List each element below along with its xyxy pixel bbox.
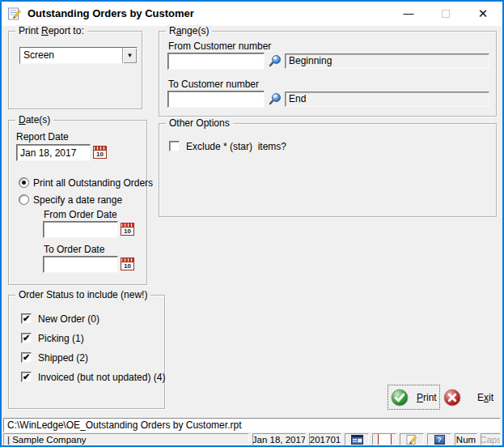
group-print-report-to: Print Report to: Screen ▼ (8, 31, 142, 109)
group-order-status-legend: Order Status to include (new!) (15, 289, 150, 300)
outstanding-orders-dialog: Outstanding Orders by Customer — ✕ Print… (0, 0, 504, 447)
status-shipped-checkbox[interactable]: ✔ (21, 352, 32, 363)
report-date-input[interactable] (16, 144, 91, 161)
to-customer-label: To Customer number (168, 79, 259, 90)
close-button[interactable]: ✕ (469, 2, 497, 25)
print-check-icon (391, 389, 409, 407)
titlebar: Outstanding Orders by Customer — ✕ (2, 2, 502, 26)
status-shipped-label[interactable]: Shipped (2) (38, 352, 88, 364)
statusbar: | Sample Company Jan 18, 2017 201701 10 (2, 433, 502, 445)
window-title: Outstanding Orders by Customer (28, 7, 194, 19)
group-other-options-legend: Other Options (166, 117, 233, 129)
report-date-calendar-icon[interactable]: 10 (93, 146, 107, 159)
to-customer-hint-field: End (285, 92, 489, 107)
from-order-date-calendar-icon[interactable]: 10 (121, 223, 134, 236)
exit-button-label: Exit (477, 392, 493, 403)
from-customer-input[interactable] (167, 53, 265, 70)
help-icon: ? (434, 435, 445, 445)
statusbar-company-panel: | Sample Company (3, 433, 249, 445)
statusbar-date: Jan 18, 2017 (252, 435, 306, 445)
check-icon: ✔ (23, 334, 30, 342)
check-icon: ✔ (23, 314, 30, 322)
exclude-star-label[interactable]: Exclude * (star) items? (186, 141, 286, 152)
calendar-day-number: 10 (94, 151, 106, 158)
statusbar-company-window-button[interactable] (345, 433, 369, 445)
print-destination-value: Screen (20, 48, 122, 63)
from-customer-hint-field: Beginning (285, 53, 489, 69)
to-order-date-label: To Order Date (44, 244, 104, 255)
statusbar-calendar-button[interactable]: 10 (372, 433, 396, 445)
maximize-icon (442, 10, 450, 18)
group-other-options: Other Options Exclude * (star) items? (159, 123, 497, 217)
radio-print-all-label[interactable]: Print all Outstanding Orders (33, 177, 153, 189)
from-customer-lookup-icon[interactable] (269, 54, 282, 67)
statusbar-date-panel: Jan 18, 2017 (252, 433, 306, 445)
check-icon: ✔ (23, 372, 30, 381)
capslock-indicator: Caps (481, 435, 501, 445)
calendar-day-number: 10 (121, 262, 133, 270)
from-order-date-label: From Order Date (44, 209, 117, 220)
to-customer-lookup-icon[interactable] (269, 92, 282, 105)
print-button[interactable]: Print (388, 385, 440, 410)
radio-selected-dot (22, 181, 26, 185)
print-destination-dropdown-button[interactable]: ▼ (122, 48, 137, 63)
company-name: | Sample Company (4, 435, 90, 445)
to-order-date-input[interactable] (43, 256, 118, 273)
statusbar-period-panel: 201701 (309, 433, 341, 445)
group-ranges: Range(s) From Customer number Beginning … (159, 31, 497, 117)
minimize-button[interactable]: — (395, 2, 422, 25)
status-picking-label[interactable]: Picking (1) (38, 333, 84, 344)
minimize-icon: — (404, 7, 414, 19)
group-order-status: Order Status to include (new!) ✔ New Ord… (8, 295, 165, 409)
group-print-report-to-legend: Print Report to: (15, 25, 87, 36)
calendar-day-number: 10 (121, 228, 133, 235)
report-clipboard-icon (7, 6, 22, 21)
statusbar-notes-button[interactable] (400, 433, 424, 445)
radio-print-all[interactable] (19, 177, 29, 188)
group-dates-legend: Date(s) (15, 114, 53, 126)
radio-date-range-label[interactable]: Specify a date range (33, 194, 122, 206)
status-new-order-checkbox[interactable]: ✔ (21, 313, 32, 324)
status-picking-checkbox[interactable]: ✔ (21, 333, 32, 343)
report-date-label: Report Date (16, 131, 69, 143)
exclude-star-checkbox[interactable] (169, 141, 180, 151)
print-button-label: Print (417, 392, 437, 403)
calendar-icon: 10 (378, 433, 392, 445)
statusbar-period: 201701 (310, 435, 341, 445)
exit-button[interactable]: Exit (443, 385, 500, 410)
check-icon: ✔ (23, 353, 30, 361)
status-invoiced-label[interactable]: Invoiced (but not updated) (4) (38, 372, 165, 383)
maximize-button (432, 2, 460, 25)
note-pencil-icon (406, 434, 417, 445)
app-window-icon (351, 435, 363, 445)
statusbar-capslock-panel: Caps (481, 433, 501, 445)
from-order-date-input[interactable] (43, 221, 118, 238)
radio-date-range[interactable] (19, 194, 29, 205)
group-ranges-legend: Range(s) (166, 25, 212, 36)
group-dates: Date(s) Report Date 10 Print all Outstan… (8, 120, 147, 285)
from-customer-label: From Customer number (168, 40, 271, 52)
chevron-down-icon: ▼ (127, 52, 133, 59)
statusbar-numlock-panel: Num (455, 433, 477, 445)
status-new-order-label[interactable]: New Order (0) (38, 313, 100, 325)
print-destination-select[interactable]: Screen ▼ (19, 47, 138, 64)
status-invoiced-checkbox[interactable]: ✔ (21, 372, 32, 382)
close-icon: ✕ (478, 6, 489, 21)
to-customer-input[interactable] (167, 91, 265, 108)
report-path-field: C:\WinLedge\OE_Outstanding Orders by Cus… (3, 418, 501, 432)
statusbar-help-button[interactable]: ? (427, 433, 451, 445)
to-order-date-calendar-icon[interactable]: 10 (121, 258, 134, 270)
exit-x-icon (443, 389, 461, 407)
numlock-indicator: Num (456, 435, 476, 445)
